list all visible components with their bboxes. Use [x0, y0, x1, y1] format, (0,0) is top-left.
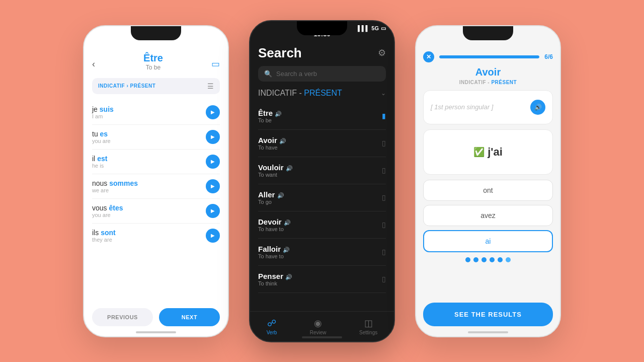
tab-settings[interactable]: ◫ Settings	[359, 318, 377, 335]
phone-etre: ‹ Être To be ▭ INDICATIF › PRÉSENT ☰ je …	[83, 25, 229, 337]
tab-review-label: Review	[310, 330, 327, 335]
play-il[interactable]: ▶	[206, 155, 220, 169]
close-button[interactable]: ✕	[423, 51, 434, 62]
hamburger-icon[interactable]: ☰	[207, 82, 214, 90]
bookmark-avoir[interactable]: ▯	[382, 139, 386, 147]
bookmark-penser[interactable]: ▯	[382, 275, 386, 283]
conj-tu-translation: you are	[92, 138, 111, 144]
verb-list: Être 🔊 To be ▮ Avoir 🔊 To have ▯	[258, 103, 386, 341]
verb-falloir[interactable]: Falloir 🔊 To have to ▯	[258, 239, 386, 266]
breadcrumb-mode: INDICATIF	[98, 83, 125, 89]
dot-1	[465, 257, 470, 262]
dot-3	[481, 257, 487, 262]
verb-tab-icon: ☍	[267, 318, 276, 329]
previous-button[interactable]: PREVIOUS	[92, 308, 153, 326]
conjugation-ils: ils sont they are ▶	[92, 224, 220, 248]
play-vous[interactable]: ▶	[206, 204, 220, 218]
verb-etre-name: Être 🔊	[258, 109, 282, 117]
verb-aller[interactable]: Aller 🔊 To go ▯	[258, 184, 386, 211]
play-je[interactable]: ▶	[206, 105, 220, 119]
network-label: 5G	[371, 25, 379, 31]
conj-nous-translation: we are	[92, 187, 138, 193]
dot-4	[490, 257, 495, 262]
phone1-footer: PREVIOUS NEXT	[92, 308, 220, 326]
next-button[interactable]: NEXT	[159, 308, 220, 326]
notch-1	[131, 26, 181, 40]
phone-avoir: ✕ 6/6 Avoir INDICATIF - PRÉSENT [ 1st pe…	[415, 25, 561, 337]
avoir-tense: PRÉSENT	[491, 80, 517, 85]
filter-text: INDICATIF - PRÉSENT	[258, 89, 342, 98]
home-indicator-3	[468, 331, 508, 333]
bookmark-aller[interactable]: ▯	[382, 193, 386, 201]
breadcrumb-arrow: ›	[126, 83, 130, 89]
bookmark-devoir[interactable]: ▯	[382, 221, 386, 229]
play-nous[interactable]: ▶	[206, 179, 220, 193]
conj-il-pronoun: il est	[92, 155, 107, 163]
conjugation-je: je suis I am ▶	[92, 100, 220, 125]
settings-tab-icon: ◫	[364, 318, 373, 329]
verb-penser[interactable]: Penser 🔊 To think ▯	[258, 266, 386, 293]
progress-count: 6/6	[544, 53, 553, 60]
breadcrumb-bar: INDICATIF › PRÉSENT ☰	[92, 78, 220, 94]
verb-penser-translation: To think	[258, 280, 292, 286]
avoir-title: Avoir	[423, 66, 553, 78]
verb-etre[interactable]: Être 🔊 To be ▮	[258, 103, 386, 130]
verb-avoir[interactable]: Avoir 🔊 To have ▯	[258, 130, 386, 157]
review-tab-icon: ◉	[314, 318, 322, 329]
sound-button[interactable]: 🔊	[530, 100, 545, 115]
search-title: Search	[258, 45, 302, 61]
play-tu[interactable]: ▶	[206, 130, 220, 144]
correct-answer-text: j'ai	[488, 146, 503, 159]
bookmark-etre[interactable]: ▮	[382, 112, 386, 120]
see-results-button[interactable]: SEE THE RESULTS	[423, 303, 553, 326]
verb-vouloir-name: Vouloir 🔊	[258, 163, 293, 172]
etre-title: Être	[143, 52, 163, 64]
filter-row[interactable]: INDICATIF - PRÉSENT ⌄	[258, 89, 386, 98]
tab-settings-label: Settings	[359, 330, 377, 335]
quiz-header: ✕ 6/6	[423, 48, 553, 66]
verb-devoir[interactable]: Devoir 🔊 To have to ▯	[258, 211, 386, 239]
option-ont[interactable]: ont	[423, 180, 553, 201]
verb-falloir-translation: To have to	[258, 253, 290, 259]
verb-aller-translation: To go	[258, 199, 284, 205]
conj-ils-pronoun: ils sont	[92, 229, 116, 237]
avoir-content: ✕ 6/6 Avoir INDICATIF - PRÉSENT [ 1st pe…	[416, 48, 560, 336]
verb-etre-translation: To be	[258, 117, 282, 123]
avoir-breadcrumb: INDICATIF - PRÉSENT	[423, 80, 553, 85]
tab-verb-label: Verb	[267, 330, 277, 335]
back-icon[interactable]: ‹	[92, 59, 95, 69]
verb-devoir-translation: To have to	[258, 226, 291, 232]
tab-review[interactable]: ◉ Review	[310, 318, 327, 335]
play-ils[interactable]: ▶	[206, 229, 220, 243]
conjugation-il: il est he is ▶	[92, 150, 220, 174]
check-icon: ✅	[473, 147, 485, 158]
search-placeholder: Search a verb	[276, 70, 317, 78]
status-icons: ▌▌▌ 5G ▭	[358, 25, 386, 32]
verb-devoir-name: Devoir 🔊	[258, 218, 291, 226]
tab-verb[interactable]: ☍ Verb	[267, 318, 277, 335]
gear-icon[interactable]: ⚙	[378, 47, 386, 58]
bookmark-icon[interactable]: ▭	[211, 58, 220, 69]
dot-5	[498, 257, 503, 262]
conj-nous-pronoun: nous sommes	[92, 179, 138, 187]
search-content: Search ⚙ 🔍 Search a verb INDICATIF - PRÉ…	[250, 43, 394, 341]
option-avez[interactable]: avez	[423, 205, 553, 226]
progress-fill	[439, 55, 539, 58]
verb-vouloir[interactable]: Vouloir 🔊 To want ▯	[258, 157, 386, 184]
battery-icon: ▭	[381, 25, 386, 32]
signal-icon: ▌▌▌	[358, 25, 369, 31]
etre-subtitle: To be	[143, 64, 163, 71]
bookmark-falloir[interactable]: ▯	[382, 248, 386, 256]
chevron-down-icon[interactable]: ⌄	[381, 90, 386, 97]
correct-answer-card: ✅ j'ai	[423, 129, 553, 175]
search-header: Search ⚙	[258, 43, 386, 66]
conjugation-list: je suis I am ▶ tu es you are ▶ il est he…	[92, 100, 220, 248]
filter-indicatif: INDICATIF -	[258, 89, 304, 97]
verb-avoir-translation: To have	[258, 144, 286, 151]
bookmark-vouloir[interactable]: ▯	[382, 166, 386, 174]
conj-vous-translation: you are	[92, 212, 123, 218]
dots-row	[423, 257, 553, 262]
search-bar[interactable]: 🔍 Search a verb	[258, 66, 386, 82]
home-indicator-2	[302, 336, 342, 338]
option-ai[interactable]: ai	[423, 230, 553, 252]
